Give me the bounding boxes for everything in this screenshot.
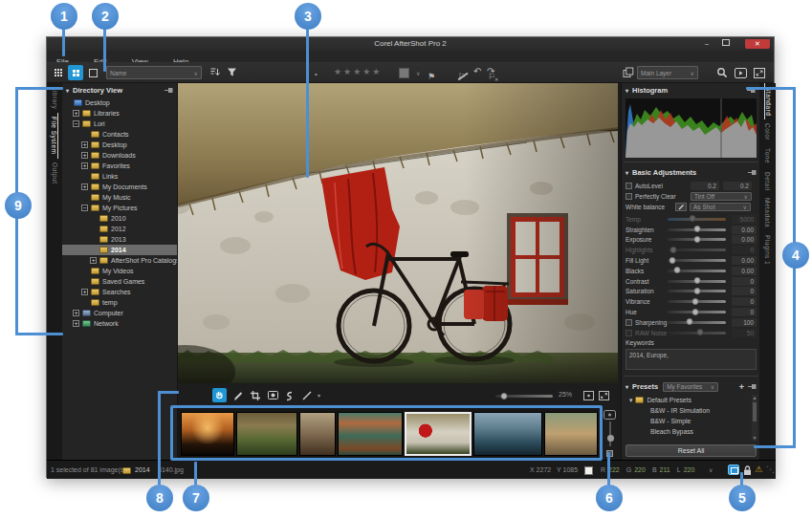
flag-pick-icon[interactable]: ⚑ [428,72,435,81]
slider-track[interactable] [668,228,726,231]
tools-chevron-icon[interactable]: ▾ [318,392,320,399]
checkbox[interactable] [625,330,632,336]
expand-toggle-icon[interactable]: + [73,110,79,117]
crop-tool-icon[interactable] [251,391,260,400]
value-box[interactable]: 0 [732,287,757,295]
close-button[interactable]: ✕ [745,39,770,49]
tab-color[interactable]: Color [764,119,771,144]
collapse-arrow-icon[interactable]: ▾ [625,87,628,94]
value-box[interactable]: 50 [732,329,757,337]
zoom-slider[interactable] [495,395,553,398]
slider-track[interactable] [668,259,726,262]
redo-icon[interactable]: ↷ [487,66,494,76]
slider-knob[interactable] [669,257,675,264]
perfectly-clear-checkbox[interactable] [625,193,632,200]
maximize-button[interactable] [718,39,734,49]
value-box[interactable]: 0.00 [732,256,757,265]
search-icon[interactable] [716,67,728,78]
slider-knob[interactable] [692,298,699,305]
pin-icon[interactable] [165,87,173,94]
star-rating[interactable]: ★★★★★ [334,67,382,76]
tree-item[interactable]: +Searches [62,287,177,297]
tree-item[interactable]: +Computer [62,308,177,318]
tree-item[interactable]: Links [62,171,177,182]
expand-toggle-icon[interactable]: + [81,152,88,159]
color-label-swatch[interactable] [399,68,409,78]
slider-knob[interactable] [673,267,680,273]
tree-item[interactable]: temp [62,297,177,308]
warning-icon[interactable]: ⚠ [755,464,762,474]
tree-item[interactable]: +My Documents [62,182,177,192]
expand-toggle-icon[interactable]: + [81,289,88,295]
collapse-arrow-icon[interactable]: ▾ [625,383,628,390]
zoom-slider-knob[interactable] [501,393,508,399]
tab-metadata[interactable]: Metadata [764,194,771,231]
tab-file-system[interactable]: File System [51,113,58,158]
keywords-box[interactable]: 2014, Europe, [625,349,757,370]
wb-eyedropper-icon[interactable] [675,203,687,211]
zoom-100-icon[interactable] [583,391,594,400]
tree-item[interactable]: 2012 [62,224,177,234]
redeye-tool-icon[interactable] [268,391,278,399]
expand-toggle-icon[interactable]: + [81,162,88,169]
sort-direction-icon[interactable] [209,67,220,77]
slideshow-icon[interactable] [735,68,747,78]
collapse-arrow-icon[interactable]: ▾ [66,87,69,94]
lock-icon[interactable] [743,464,752,476]
sort-field-dropdown[interactable]: Name∨ [106,66,202,79]
expand-toggle-icon[interactable]: + [81,183,88,190]
scrollbar-thumb[interactable] [753,402,757,421]
slider-track[interactable] [668,300,726,303]
slider-knob[interactable] [689,215,695,222]
tree-item[interactable]: −Lori [62,119,177,129]
thumbnail-size-knob[interactable] [607,435,614,442]
tab-output[interactable]: Output [52,159,58,188]
scroll-up-icon[interactable]: ▲ [752,395,757,400]
slider-track[interactable] [668,332,726,335]
value-box[interactable]: 0.00 [732,267,757,275]
tree-item[interactable]: +Downloads [62,150,177,161]
tree-item[interactable]: Contacts [62,129,177,140]
value-box[interactable]: 0.00 [732,235,757,244]
tree-item[interactable]: +Network [62,318,177,329]
tree-item[interactable]: My Videos [62,266,177,276]
slider-track[interactable] [668,218,726,221]
dual-display-icon[interactable] [728,464,739,475]
thumbnail-view-button[interactable] [51,65,66,80]
thumbnail-size-slider[interactable] [609,421,611,446]
slider-knob[interactable] [687,318,693,325]
slider-track[interactable] [668,321,726,324]
tab-detail[interactable]: Detail [764,168,771,195]
expand-toggle-icon[interactable]: − [81,205,88,211]
layer-dropdown[interactable]: Main Layer∨ [637,66,698,79]
rating-dot-icon[interactable]: • [315,70,318,78]
checkbox[interactable] [625,319,632,326]
white-balance-dropdown[interactable]: As Shot∨ [690,203,751,211]
value-box[interactable]: 0 [732,246,757,254]
tree-item[interactable]: −My Pictures [62,203,177,213]
scroll-down-icon[interactable]: ▼ [752,435,757,441]
heal-clone-tool-icon[interactable] [285,391,294,401]
expand-toggle-icon[interactable]: − [73,120,79,127]
slider-knob[interactable] [693,277,700,284]
presets-scrollbar[interactable]: ▲ ▼ [752,395,757,441]
tree-item[interactable]: +Desktop [62,140,177,150]
single-view-button[interactable] [85,65,100,80]
tab-plugins-1[interactable]: Plugins 1 [764,231,771,269]
tree-item[interactable]: 2010 [62,213,177,224]
preset-item[interactable]: Bleach Bypass [625,426,757,437]
value-box[interactable]: 100 [732,318,757,327]
tab-tone[interactable]: Tone [764,144,771,167]
value-box[interactable]: 0 [732,277,757,286]
pin-icon[interactable] [748,383,757,390]
preset-item[interactable]: B&W - Simple [625,416,757,426]
resize-grip[interactable]: ⋱ [766,464,775,474]
slider-track[interactable] [668,248,726,251]
slider-track[interactable] [668,280,726,283]
layers-icon[interactable] [623,67,634,78]
fullscreen-icon[interactable] [754,68,765,78]
undo-icon[interactable]: ↶ [473,66,481,76]
slider-knob[interactable] [693,226,700,232]
eyedropper-tool-icon[interactable] [233,391,243,400]
fit-screen-icon[interactable] [599,391,609,400]
